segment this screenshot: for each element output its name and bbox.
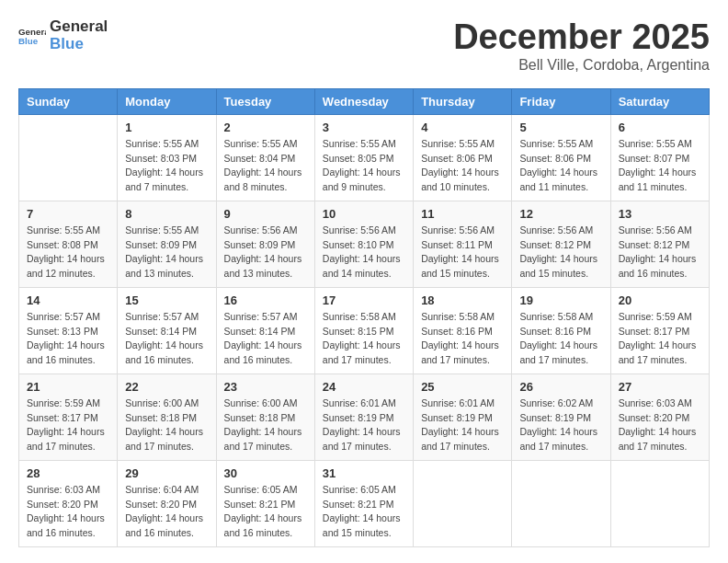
day-number: 21 [27, 380, 109, 394]
calendar-week-row: 28Sunrise: 6:03 AMSunset: 8:20 PMDayligh… [19, 460, 710, 546]
day-detail: Sunrise: 5:55 AMSunset: 8:06 PMDaylight:… [519, 137, 602, 195]
calendar-cell: 19Sunrise: 5:58 AMSunset: 8:16 PMDayligh… [512, 287, 610, 373]
day-detail: Sunrise: 5:55 AMSunset: 8:07 PMDaylight:… [619, 137, 701, 195]
day-number: 11 [421, 207, 504, 221]
calendar-week-row: 7Sunrise: 5:55 AMSunset: 8:08 PMDaylight… [19, 201, 710, 287]
weekday-header: Thursday [414, 88, 512, 114]
day-number: 17 [323, 293, 405, 307]
day-number: 28 [27, 466, 109, 480]
day-detail: Sunrise: 5:58 AMSunset: 8:15 PMDaylight:… [323, 310, 405, 368]
day-detail: Sunrise: 6:03 AMSunset: 8:20 PMDaylight:… [27, 483, 109, 541]
calendar-header-row: SundayMondayTuesdayWednesdayThursdayFrid… [19, 88, 710, 114]
calendar-cell: 23Sunrise: 6:00 AMSunset: 8:18 PMDayligh… [216, 373, 314, 460]
day-number: 4 [421, 121, 504, 134]
calendar-cell: 6Sunrise: 5:55 AMSunset: 8:07 PMDaylight… [610, 114, 709, 201]
day-number: 23 [224, 380, 307, 394]
day-detail: Sunrise: 5:56 AMSunset: 8:12 PMDaylight:… [619, 224, 701, 282]
calendar-cell: 2Sunrise: 5:55 AMSunset: 8:04 PMDaylight… [216, 114, 314, 201]
calendar-cell [512, 460, 610, 546]
calendar-cell: 11Sunrise: 5:56 AMSunset: 8:11 PMDayligh… [414, 201, 512, 287]
day-number: 25 [421, 380, 504, 394]
calendar-cell: 26Sunrise: 6:02 AMSunset: 8:19 PMDayligh… [512, 373, 610, 460]
calendar-cell: 5Sunrise: 5:55 AMSunset: 8:06 PMDaylight… [512, 114, 610, 201]
day-detail: Sunrise: 5:58 AMSunset: 8:16 PMDaylight:… [519, 310, 602, 368]
day-detail: Sunrise: 5:55 AMSunset: 8:05 PMDaylight:… [323, 137, 405, 195]
calendar-cell: 20Sunrise: 5:59 AMSunset: 8:17 PMDayligh… [610, 287, 709, 373]
calendar-cell: 31Sunrise: 6:05 AMSunset: 8:21 PMDayligh… [314, 460, 413, 546]
calendar-cell: 29Sunrise: 6:04 AMSunset: 8:20 PMDayligh… [118, 460, 216, 546]
calendar-cell: 14Sunrise: 5:57 AMSunset: 8:13 PMDayligh… [19, 287, 118, 373]
calendar-cell: 1Sunrise: 5:55 AMSunset: 8:03 PMDaylight… [118, 114, 216, 201]
day-number: 3 [323, 121, 405, 134]
day-detail: Sunrise: 6:04 AMSunset: 8:20 PMDaylight:… [125, 483, 208, 541]
day-detail: Sunrise: 6:01 AMSunset: 8:19 PMDaylight:… [323, 396, 405, 454]
weekday-header: Wednesday [314, 88, 413, 114]
day-detail: Sunrise: 5:55 AMSunset: 8:03 PMDaylight:… [125, 137, 208, 195]
calendar-cell: 12Sunrise: 5:56 AMSunset: 8:12 PMDayligh… [512, 201, 610, 287]
svg-text:Blue: Blue [18, 36, 39, 46]
day-number: 10 [323, 207, 405, 221]
day-detail: Sunrise: 5:55 AMSunset: 8:09 PMDaylight:… [125, 224, 208, 282]
calendar-cell: 25Sunrise: 6:01 AMSunset: 8:19 PMDayligh… [414, 373, 512, 460]
day-detail: Sunrise: 6:03 AMSunset: 8:20 PMDaylight:… [619, 396, 701, 454]
day-number: 26 [519, 380, 602, 394]
calendar-cell [19, 114, 118, 201]
day-number: 2 [224, 121, 307, 134]
day-number: 20 [619, 293, 701, 307]
page-header: General Blue General Blue December 2025 … [18, 18, 710, 74]
calendar-table: SundayMondayTuesdayWednesdayThursdayFrid… [18, 88, 710, 547]
day-detail: Sunrise: 5:58 AMSunset: 8:16 PMDaylight:… [421, 310, 504, 368]
day-detail: Sunrise: 6:00 AMSunset: 8:18 PMDaylight:… [224, 396, 307, 454]
day-detail: Sunrise: 5:59 AMSunset: 8:17 PMDaylight:… [619, 310, 701, 368]
calendar-cell: 18Sunrise: 5:58 AMSunset: 8:16 PMDayligh… [414, 287, 512, 373]
weekday-header: Friday [512, 88, 610, 114]
location-title: Bell Ville, Cordoba, Argentina [453, 57, 710, 74]
month-title: December 2025 [453, 18, 710, 57]
svg-text:General: General [18, 26, 46, 36]
calendar-cell [414, 460, 512, 546]
day-detail: Sunrise: 5:56 AMSunset: 8:12 PMDaylight:… [519, 224, 602, 282]
calendar-week-row: 14Sunrise: 5:57 AMSunset: 8:13 PMDayligh… [19, 287, 710, 373]
calendar-cell: 13Sunrise: 5:56 AMSunset: 8:12 PMDayligh… [610, 201, 709, 287]
calendar-cell: 15Sunrise: 5:57 AMSunset: 8:14 PMDayligh… [118, 287, 216, 373]
day-number: 12 [519, 207, 602, 221]
calendar-cell: 27Sunrise: 6:03 AMSunset: 8:20 PMDayligh… [610, 373, 709, 460]
day-number: 15 [125, 293, 208, 307]
day-number: 29 [125, 466, 208, 480]
calendar-week-row: 1Sunrise: 5:55 AMSunset: 8:03 PMDaylight… [19, 114, 710, 201]
day-number: 13 [619, 207, 701, 221]
logo-icon: General Blue [18, 25, 46, 47]
calendar-cell: 28Sunrise: 6:03 AMSunset: 8:20 PMDayligh… [19, 460, 118, 546]
logo-blue: Blue [50, 36, 108, 53]
day-number: 31 [323, 466, 405, 480]
day-number: 1 [125, 121, 208, 134]
calendar-cell: 16Sunrise: 5:57 AMSunset: 8:14 PMDayligh… [216, 287, 314, 373]
calendar-cell: 21Sunrise: 5:59 AMSunset: 8:17 PMDayligh… [19, 373, 118, 460]
day-detail: Sunrise: 5:56 AMSunset: 8:09 PMDaylight:… [224, 224, 307, 282]
day-detail: Sunrise: 6:00 AMSunset: 8:18 PMDaylight:… [125, 396, 208, 454]
logo-general: General [50, 18, 108, 36]
calendar-cell: 22Sunrise: 6:00 AMSunset: 8:18 PMDayligh… [118, 373, 216, 460]
day-number: 18 [421, 293, 504, 307]
weekday-header: Tuesday [216, 88, 314, 114]
day-detail: Sunrise: 5:57 AMSunset: 8:13 PMDaylight:… [27, 310, 109, 368]
day-number: 19 [519, 293, 602, 307]
day-number: 8 [125, 207, 208, 221]
day-detail: Sunrise: 5:56 AMSunset: 8:11 PMDaylight:… [421, 224, 504, 282]
calendar-week-row: 21Sunrise: 5:59 AMSunset: 8:17 PMDayligh… [19, 373, 710, 460]
day-detail: Sunrise: 5:55 AMSunset: 8:06 PMDaylight:… [421, 137, 504, 195]
day-number: 5 [519, 121, 602, 134]
day-number: 30 [224, 466, 307, 480]
calendar-cell: 30Sunrise: 6:05 AMSunset: 8:21 PMDayligh… [216, 460, 314, 546]
weekday-header: Monday [118, 88, 216, 114]
day-detail: Sunrise: 5:55 AMSunset: 8:04 PMDaylight:… [224, 137, 307, 195]
calendar-cell: 24Sunrise: 6:01 AMSunset: 8:19 PMDayligh… [314, 373, 413, 460]
day-number: 16 [224, 293, 307, 307]
weekday-header: Saturday [610, 88, 709, 114]
day-number: 22 [125, 380, 208, 394]
logo: General Blue General Blue [18, 18, 108, 52]
day-detail: Sunrise: 6:01 AMSunset: 8:19 PMDaylight:… [421, 396, 504, 454]
day-number: 27 [619, 380, 701, 394]
day-number: 14 [27, 293, 109, 307]
calendar-cell [610, 460, 709, 546]
